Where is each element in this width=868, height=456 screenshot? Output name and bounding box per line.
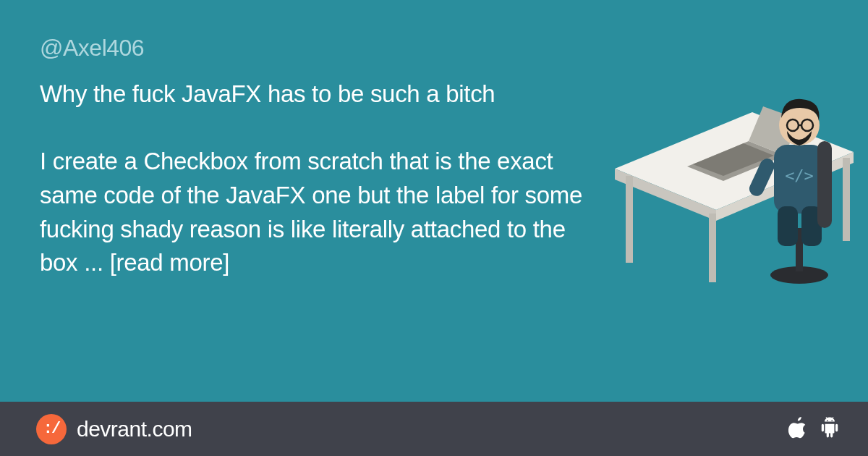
post-paragraph-2[interactable]: I create a Checkbox from scratch that is…	[40, 145, 600, 280]
chair-back	[817, 141, 832, 228]
footer-bar: :/ devrant.com	[0, 402, 868, 456]
desk-leg	[626, 176, 633, 263]
logo-ball-icon: :/	[36, 414, 67, 444]
desk-leg	[843, 158, 850, 241]
post-content: @Axel406 Why the fuck JavaFX has to be s…	[40, 35, 600, 280]
site-logo[interactable]: :/ devrant.com	[36, 414, 192, 444]
site-name: devrant.com	[77, 417, 192, 442]
apple-icon[interactable]	[788, 417, 807, 442]
android-icon[interactable]	[820, 417, 839, 442]
username-handle[interactable]: @Axel406	[40, 35, 600, 62]
avatar-illustration: </>	[600, 25, 861, 286]
shirt-code-icon: </>	[785, 166, 814, 185]
platform-icons	[788, 417, 839, 442]
desk-leg	[709, 214, 716, 282]
post-paragraph-1: Why the fuck JavaFX has to be such a bit…	[40, 77, 600, 111]
person-leg	[778, 206, 798, 246]
post-body: Why the fuck JavaFX has to be such a bit…	[40, 77, 600, 280]
